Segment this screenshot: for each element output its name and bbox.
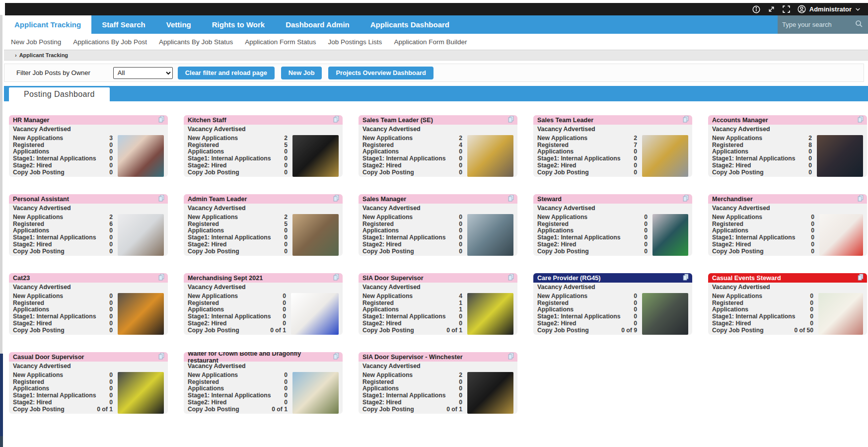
stat-row: Stage2: Hired0 <box>188 162 288 169</box>
tab-applicant-tracking[interactable]: Applicant Tracking <box>4 15 91 34</box>
stat-value: 0 <box>109 169 113 176</box>
vacancy-status-label: Vacancy Advertised <box>9 125 168 133</box>
stat-value: 0 <box>109 306 113 313</box>
vacancy-status-label: Vacancy Advertised <box>9 283 168 291</box>
office-team-photo <box>118 135 164 177</box>
job-stats: New Applications0Registered0Applications… <box>188 372 292 414</box>
job-stats: New Applications0Registered0Applications… <box>712 214 819 256</box>
stat-row: Copy Job Posting0 <box>537 248 648 255</box>
stat-row: Stage2: Hired0 <box>188 241 288 248</box>
subnav-applications-by-job-post[interactable]: Applications By Job Post <box>73 38 147 46</box>
new-job-button[interactable]: New Job <box>281 67 322 79</box>
stat-row: Registered0 <box>362 221 462 228</box>
stat-label: Copy Job Posting <box>188 327 239 334</box>
breadcrumb: › Applicant Tracking <box>4 50 868 61</box>
user-menu[interactable]: Administrator <box>797 4 861 14</box>
job-posting-card: SIA Door Supervisor - Winchester Vacancy… <box>359 352 517 414</box>
vacancy-status-label: Vacancy Advertised <box>359 283 517 291</box>
breadcrumb-chevron-icon: › <box>15 52 17 58</box>
stat-value: 0 <box>109 142 113 149</box>
tab-vetting[interactable]: Vetting <box>156 15 202 34</box>
subnav-application-form-status[interactable]: Application Form Status <box>245 38 316 46</box>
subnav-applicants-by-job-status[interactable]: Applicants By Job Status <box>159 38 233 46</box>
job-stats: New Applications2Registered5Applications… <box>188 214 292 256</box>
stat-label: Stage1: Internal Applications <box>188 392 271 399</box>
security-guards-photo <box>118 372 164 414</box>
copy-job-icon[interactable] <box>857 115 865 125</box>
stat-label: Registered <box>362 221 394 228</box>
job-card-header: Sales Manager <box>359 194 517 204</box>
copy-job-icon[interactable] <box>332 273 340 283</box>
subnav-job-postings-lists[interactable]: Job Postings Lists <box>328 38 382 46</box>
stat-label: New Applications <box>362 214 413 221</box>
search-icon[interactable] <box>855 19 864 30</box>
stat-value: 0 <box>459 320 462 327</box>
copy-job-icon[interactable] <box>507 194 515 204</box>
search-input[interactable] <box>782 21 855 28</box>
stat-label: Registered <box>188 142 219 149</box>
copy-job-icon[interactable] <box>332 352 340 362</box>
stat-value: 5 <box>284 221 288 228</box>
job-card-header: Admin Team Leader <box>184 194 343 204</box>
copy-job-icon[interactable] <box>332 194 340 204</box>
job-card-body: New Applications0Registered0Applications… <box>533 291 692 335</box>
stat-row: New Applications0 <box>188 293 286 300</box>
copy-job-icon[interactable] <box>507 352 515 362</box>
copy-job-icon[interactable] <box>157 273 165 283</box>
stat-row: New Applications0 <box>13 293 113 300</box>
copy-job-icon[interactable] <box>857 194 865 204</box>
stat-label: Applications <box>13 227 49 234</box>
copy-job-icon[interactable] <box>157 194 165 204</box>
job-card-header: Merchandising Sept 2021 <box>184 273 343 283</box>
job-posting-card: Personal Assistant Vacancy Advertised Ne… <box>9 194 168 256</box>
copy-job-icon[interactable] <box>507 115 515 125</box>
stat-row: New Applications0 <box>712 293 813 300</box>
info-icon[interactable] <box>752 5 761 14</box>
copy-job-icon[interactable] <box>157 352 165 362</box>
stat-label: Registered <box>13 300 44 307</box>
stat-row: Copy Job Posting0 of 50 <box>712 327 813 334</box>
copy-job-icon[interactable] <box>507 273 515 283</box>
fullscreen-icon[interactable] <box>782 5 791 13</box>
stat-label: Registered <box>362 142 394 149</box>
stat-label: Stage2: Hired <box>13 162 52 169</box>
tab-rights-to-work[interactable]: Rights to Work <box>202 15 275 34</box>
stat-label: Stage2: Hired <box>537 162 577 169</box>
clear-filter-button[interactable]: Clear filter and reload page <box>178 67 275 79</box>
breadcrumb-item[interactable]: Applicant Tracking <box>19 52 68 58</box>
copy-job-icon[interactable] <box>157 115 165 125</box>
stat-label: Registered <box>188 379 219 386</box>
projects-overview-dashboard-button[interactable]: Projects Overview Dashboard <box>328 67 433 79</box>
copy-job-icon[interactable] <box>682 115 690 125</box>
job-card-header: Casual Events Steward <box>708 273 867 283</box>
copy-job-icon[interactable] <box>332 115 340 125</box>
stat-value: 0 <box>808 169 812 176</box>
stat-row: Stage1: Internal Applications0 <box>712 234 814 241</box>
stat-row: Registered0 <box>537 300 637 307</box>
expand-icon[interactable] <box>767 5 776 13</box>
stadium-photo <box>652 214 688 256</box>
tab-posting-dashboard[interactable]: Posting Dashboard <box>9 87 110 101</box>
stat-value: 6 <box>109 221 113 228</box>
copy-job-icon[interactable] <box>682 273 690 283</box>
tab-dashboard-admin[interactable]: Dashboard Admin <box>275 15 360 34</box>
stat-label: Copy Job Posting <box>537 169 589 176</box>
stat-label: Registered <box>13 221 44 228</box>
tab-staff-search[interactable]: Staff Search <box>91 15 156 34</box>
tab-applicants-dashboard[interactable]: Applicants Dashboard <box>360 15 460 34</box>
filter-label: Filter Job Posts by Owner <box>16 69 90 76</box>
job-title: Cat23 <box>13 275 30 282</box>
stat-value: 0 <box>634 320 637 327</box>
stat-row: Copy Job Posting0 <box>537 169 637 176</box>
subnav-application-form-builder[interactable]: Application Form Builder <box>394 38 467 46</box>
stat-row: Copy Job Posting0 of 9 <box>537 327 637 334</box>
copy-job-icon[interactable] <box>682 194 690 204</box>
stat-label: Stage1: Internal Applications <box>362 313 446 320</box>
owner-filter-select[interactable]: All <box>113 67 173 79</box>
stat-label: Registered <box>188 221 219 228</box>
job-stats: New Applications0Registered0Applications… <box>537 214 652 256</box>
copy-job-icon[interactable] <box>857 273 865 283</box>
stat-row: Copy Job Posting0 of 1 <box>188 327 286 334</box>
stat-row: Copy Job Posting0 of 1 <box>188 406 288 413</box>
subnav-new-job-posting[interactable]: New Job Posting <box>11 38 61 46</box>
